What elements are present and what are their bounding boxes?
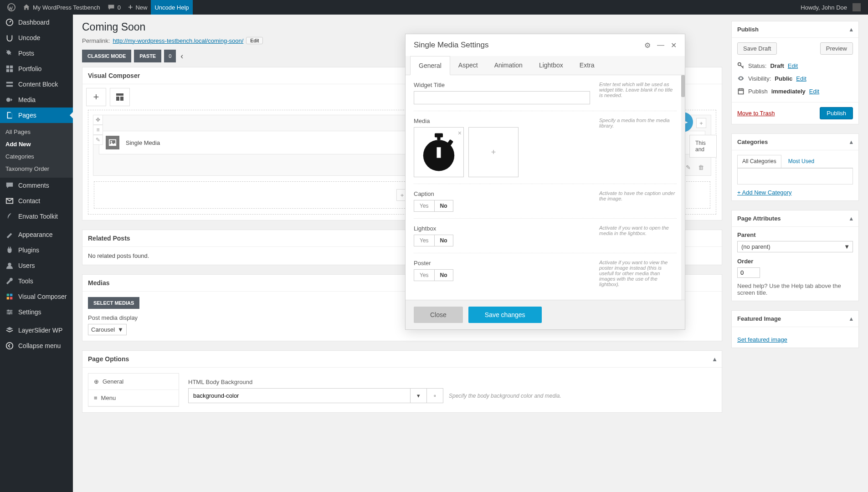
howdy-user[interactable]: Howdy, John Doe — [797, 0, 864, 15]
site-name: My WordPress Testbench — [33, 4, 100, 11]
comments-link[interactable]: 0 — [104, 0, 124, 15]
new-label: New — [135, 4, 147, 11]
comments-count: 0 — [118, 4, 121, 11]
admin-bar: My WordPress Testbench 0 + New Uncode He… — [0, 0, 868, 15]
wp-logo[interactable] — [4, 0, 19, 15]
uncode-help-link[interactable]: Uncode Help — [151, 0, 192, 15]
new-link[interactable]: + New — [124, 0, 151, 15]
site-home[interactable]: My WordPress Testbench — [19, 0, 104, 15]
avatar-icon — [853, 3, 861, 11]
